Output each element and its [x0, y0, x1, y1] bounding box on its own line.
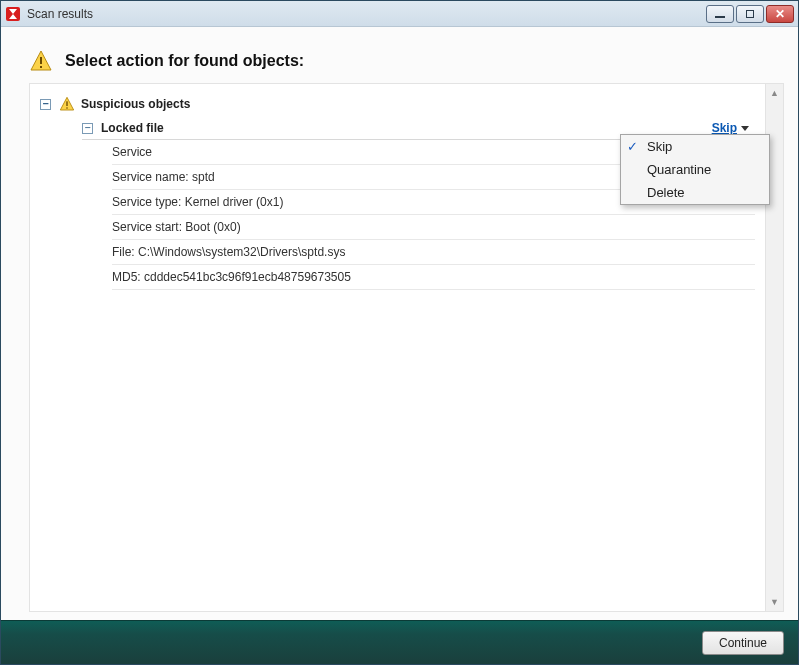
checkmark-icon: ✓ [627, 139, 638, 154]
maximize-button[interactable] [736, 5, 764, 23]
menu-item-label: Skip [647, 139, 672, 154]
warning-icon [59, 96, 75, 112]
item-title: Locked file [101, 121, 712, 135]
group-header[interactable]: Suspicious objects [40, 96, 755, 112]
detail-row: File: C:\Windows\system32\Drivers\sptd.s… [112, 240, 755, 265]
results-content: Suspicious objects Locked file Skip Serv… [30, 84, 765, 611]
detail-row: MD5: cdddec541bc3c96f91ecb48759673505 [112, 265, 755, 290]
svg-rect-1 [40, 57, 42, 64]
scroll-up-icon[interactable] [767, 85, 783, 101]
minimize-button[interactable] [706, 5, 734, 23]
scroll-down-icon[interactable] [767, 594, 783, 610]
action-selected-label: Skip [712, 121, 737, 135]
svg-rect-4 [66, 107, 67, 108]
page-header: Select action for found objects: [1, 27, 798, 83]
menu-item-label: Delete [647, 185, 685, 200]
detail-row: Service start: Boot (0x0) [112, 215, 755, 240]
page-title: Select action for found objects: [65, 52, 304, 70]
close-button[interactable]: ✕ [766, 5, 794, 23]
svg-rect-3 [66, 101, 67, 106]
window: Scan results ✕ Select action for found o… [0, 0, 799, 665]
footer-bar: Continue [1, 620, 798, 664]
window-title: Scan results [27, 7, 706, 21]
action-dropdown[interactable]: Skip [712, 121, 749, 135]
menu-item-quarantine[interactable]: Quarantine [621, 158, 769, 181]
group-label: Suspicious objects [81, 97, 190, 111]
app-icon [5, 6, 21, 22]
collapse-icon[interactable] [40, 99, 51, 110]
results-panel: Suspicious objects Locked file Skip Serv… [29, 83, 784, 612]
menu-item-skip[interactable]: ✓ Skip [621, 135, 769, 158]
window-buttons: ✕ [706, 5, 794, 23]
chevron-down-icon [741, 126, 749, 131]
svg-rect-2 [40, 66, 42, 68]
titlebar: Scan results ✕ [1, 1, 798, 27]
menu-item-label: Quarantine [647, 162, 711, 177]
collapse-icon[interactable] [82, 123, 93, 134]
client-area: Select action for found objects: Suspici… [1, 27, 798, 664]
menu-item-delete[interactable]: Delete [621, 181, 769, 204]
action-menu: ✓ Skip Quarantine Delete [620, 134, 770, 205]
continue-button[interactable]: Continue [702, 631, 784, 655]
warning-icon [29, 49, 53, 73]
